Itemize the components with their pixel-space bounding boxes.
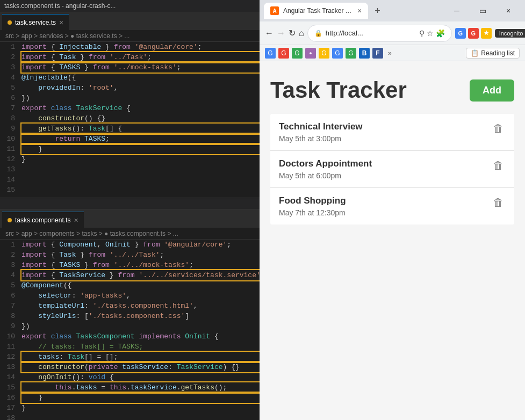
extension-puzzle-icon[interactable]: 🧩 (436, 29, 445, 38)
bookmark-drive[interactable]: G (332, 48, 343, 59)
reading-list-icon: 📋 (471, 49, 479, 57)
task-info-0: Technical Interview May 5th at 3:00pm (279, 121, 363, 143)
bottom-tab-close[interactable]: × (74, 216, 78, 225)
browser-panel: A Angular Task Tracker App × + ─ ▭ × ← →… (260, 0, 525, 420)
top-editor-tabs: task.service.ts × (0, 12, 260, 31)
bottom-code-area: 1 2 3 4 5 6 7 8 9 10 11 12 13 14 15 16 1… (0, 240, 260, 420)
home-button[interactable]: ⌂ (299, 26, 304, 41)
more-bookmarks[interactable]: » (386, 49, 394, 57)
browser-tab-close-btn[interactable]: × (357, 6, 362, 15)
app-title: Task Tracker (270, 77, 407, 103)
bookmark-star-icon[interactable]: ☆ (427, 29, 434, 38)
bookmark-gmail[interactable]: G (278, 48, 289, 59)
window-minimize-btn[interactable]: ─ (444, 2, 469, 19)
url-input[interactable] (326, 29, 416, 37)
bookmark-google[interactable]: G (265, 48, 276, 59)
ext-icon-2[interactable]: G (468, 28, 479, 39)
bookmark-b[interactable]: B (359, 48, 370, 59)
browser-favicon: A (270, 6, 279, 15)
bookmark-maps[interactable]: G (319, 48, 329, 59)
bookmark-ext1[interactable]: ● (305, 48, 316, 59)
editor-section-divider (0, 198, 260, 209)
task-name-2: Food Shopping (279, 195, 346, 206)
browser-tab-title: Angular Task Tracker App (283, 7, 353, 15)
task-item: Doctors Appointment May 5th at 6:00pm 🗑 (270, 151, 514, 188)
bottom-breadcrumb: src > app > components > tasks > ● tasks… (0, 228, 260, 240)
browser-tab[interactable]: A Angular Task Tracker App × (264, 3, 368, 19)
task-delete-2[interactable]: 🗑 (491, 195, 506, 210)
task-info-1: Doctors Appointment May 5th at 6:00pm (279, 158, 372, 180)
editor-panel: tasks.component.ts - angular-crash-c... … (0, 0, 260, 420)
tasks-container: Technical Interview May 5th at 3:00pm 🗑 … (270, 114, 514, 225)
task-time-2: May 7th at 12:30pm (279, 208, 346, 217)
task-name-1: Doctors Appointment (279, 158, 372, 169)
bookmark-icons-group: G G G ● G G G B F » (265, 48, 394, 59)
bottom-tab-filename: tasks.component.ts (15, 216, 70, 224)
new-tab-button[interactable]: + (372, 5, 383, 17)
search-icon: ⚲ (419, 29, 425, 38)
add-task-button[interactable]: Add (470, 79, 514, 102)
app-header: Task Tracker Add (270, 77, 514, 103)
address-bar-icons: ⚲ ☆ 🧩 (419, 29, 445, 38)
task-delete-1[interactable]: 🗑 (491, 158, 506, 173)
tab-modified-dot (8, 20, 12, 25)
editor-titlebar: tasks.component.ts - angular-crash-c... (0, 0, 260, 12)
browser-toolbar: ← → ↻ ⌂ 🔒 ⚲ ☆ 🧩 G G ★ Incognito ⋮ (260, 21, 525, 45)
bottom-tab-modified-dot (8, 218, 12, 222)
bottom-breadcrumb-text: src > app > components > tasks > ● tasks… (5, 230, 178, 237)
bookmarks-bar: G G G ● G G G B F » 📋 Reading list (260, 45, 525, 61)
window-maximize-btn[interactable]: ▭ (470, 2, 495, 19)
bottom-line-numbers: 1 2 3 4 5 6 7 8 9 10 11 12 13 14 15 16 1… (0, 240, 19, 420)
bottom-code-lines: import { Component, OnInit } from '@angu… (19, 240, 260, 420)
back-button[interactable]: ← (265, 26, 274, 41)
lock-icon: 🔒 (314, 30, 322, 37)
browser-content: Task Tracker Add Technical Interview May… (260, 61, 525, 420)
top-code-lines: import { Injectable } from '@angular/cor… (19, 42, 260, 198)
task-time-0: May 5th at 3:00pm (279, 134, 363, 143)
bottom-editor-tabs: tasks.component.ts × (0, 209, 260, 228)
forward-button[interactable]: → (277, 26, 285, 41)
address-bar: 🔒 ⚲ ☆ 🧩 (307, 25, 452, 42)
window-title: tasks.component.ts - angular-crash-c... (4, 2, 116, 10)
top-file-tab[interactable]: task.service.ts × (2, 14, 69, 30)
browser-titlebar: A Angular Task Tracker App × + ─ ▭ × (260, 0, 525, 21)
task-name-0: Technical Interview (279, 121, 363, 132)
top-tab-filename: task.service.ts (15, 19, 56, 26)
task-info-2: Food Shopping May 7th at 12:30pm (279, 195, 346, 217)
incognito-badge: Incognito (495, 29, 525, 38)
task-item: Food Shopping May 7th at 12:30pm 🗑 (270, 188, 514, 225)
top-code-area: 1 2 3 4 5 6 7 8 9 10 11 12 13 14 15 impo… (0, 42, 260, 198)
bookmark-facebook[interactable]: F (372, 48, 383, 59)
task-time-1: May 5th at 6:00pm (279, 171, 372, 180)
top-breadcrumb-text: src > app > services > ● task.service.ts… (5, 32, 130, 40)
top-tab-close[interactable]: × (59, 18, 63, 27)
extensions-area: G G ★ (455, 28, 492, 39)
ext-icon-3[interactable]: ★ (481, 28, 492, 39)
window-close-btn[interactable]: × (496, 2, 521, 19)
bookmark-gmail2[interactable]: G (346, 48, 356, 59)
bookmark-calendar[interactable]: G (292, 48, 303, 59)
task-delete-0[interactable]: 🗑 (491, 121, 506, 136)
reading-list-button[interactable]: 📋 Reading list (466, 48, 520, 59)
top-breadcrumb: src > app > services > ● task.service.ts… (0, 31, 260, 42)
reading-list-label: Reading list (481, 49, 515, 57)
top-line-numbers: 1 2 3 4 5 6 7 8 9 10 11 12 13 14 15 (0, 42, 19, 198)
task-item: Technical Interview May 5th at 3:00pm 🗑 (270, 114, 514, 151)
bottom-file-tab[interactable]: tasks.component.ts × (2, 212, 84, 228)
ext-icon-1[interactable]: G (455, 28, 466, 39)
reload-button[interactable]: ↻ (289, 26, 296, 41)
